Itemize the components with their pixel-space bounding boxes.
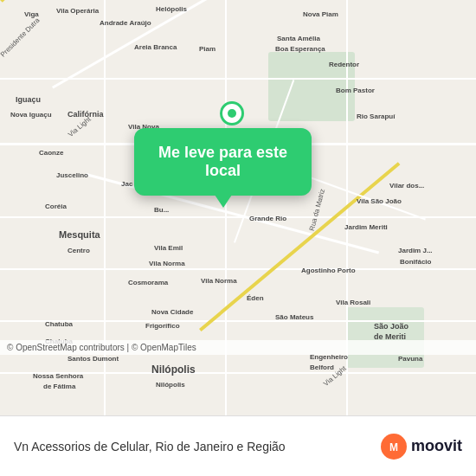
area-label: Nossa Senhora xyxy=(33,372,83,380)
location-name: Vn Acessorios de Celular, Rio de Janeiro… xyxy=(14,440,380,453)
pin-circle xyxy=(220,101,244,125)
area-label: Chatuba xyxy=(45,320,73,328)
area-label: Mesquita xyxy=(59,229,100,240)
area-label: Vila Norma xyxy=(201,277,237,285)
area-label: Rio Sarapuí xyxy=(357,113,395,120)
bottom-bar: Vn Acessorios de Celular, Rio de Janeiro… xyxy=(0,415,476,476)
copyright-bar: © OpenStreetMap contributors | © OpenMap… xyxy=(0,340,476,355)
area-label: Vila Operária xyxy=(56,7,99,15)
area-label: Piam xyxy=(199,45,215,53)
svg-text:M: M xyxy=(389,441,398,453)
moovit-text: moovit xyxy=(411,437,462,455)
area-label: Pavuna xyxy=(398,355,422,363)
area-label: Coréia xyxy=(45,203,67,210)
tooltip-line1: Me leve para este xyxy=(158,144,287,162)
area-label: Vila Rosali xyxy=(336,299,370,306)
map-pin xyxy=(220,101,244,125)
area-label: de Fátima xyxy=(43,383,75,390)
area-label: Frigorífico xyxy=(145,322,180,330)
area-label: Santa Amélia xyxy=(277,35,320,42)
area-label: Grande Rio xyxy=(249,215,286,222)
area-label: Bonifácio xyxy=(400,258,431,266)
area-label: Boa Esperança xyxy=(275,45,325,53)
area-label: Areia Branca xyxy=(134,43,177,51)
area-label: Nilópolis xyxy=(156,381,185,389)
area-label: Nilópolis xyxy=(151,363,196,376)
pin-dot xyxy=(228,109,236,118)
area-label: Helópolis xyxy=(156,5,187,13)
moovit-logo[interactable]: M moovit xyxy=(380,433,462,460)
area-label: Bu... xyxy=(154,206,169,214)
area-label: Caonze xyxy=(39,149,63,157)
road-h4 xyxy=(0,268,476,270)
area-label: Juscelino xyxy=(56,171,88,179)
moovit-icon: M xyxy=(380,433,408,460)
area-label: Bom Pastor xyxy=(336,87,375,94)
area-label: Redentor xyxy=(329,61,359,68)
tooltip-line2: local xyxy=(158,162,287,180)
road-h3 xyxy=(0,216,476,218)
area-label: Belford xyxy=(310,363,334,371)
area-label: Iguaçu xyxy=(16,95,41,104)
map-container: VigaVila OperáriaHelópolisNova PiamAndra… xyxy=(0,0,476,415)
area-label: Andrade Araújo xyxy=(100,19,151,27)
area-label: Éden xyxy=(247,294,264,302)
area-label: Jardim Meriti xyxy=(344,223,388,231)
area-label: Vilar dos... xyxy=(389,182,424,190)
area-label: Cosmorama xyxy=(128,279,168,286)
area-label: Centro xyxy=(68,247,90,254)
area-label: Jardim J... xyxy=(398,247,433,254)
area-label: São João xyxy=(374,322,408,331)
area-label: Vila São João xyxy=(357,197,402,205)
area-label: Agostinho Porto xyxy=(301,267,356,274)
area-label: Jac xyxy=(121,180,132,188)
area-label: Nova Piam xyxy=(303,10,338,18)
navigate-tooltip[interactable]: Me leve para este local xyxy=(134,128,312,196)
area-label: São Mateus xyxy=(275,313,313,321)
area-label: Vila Norma xyxy=(149,260,185,267)
area-label: Nova Iguaçu xyxy=(10,111,52,119)
area-label: Nova Cidade xyxy=(151,308,193,316)
attribution-text: © OpenStreetMap contributors | © OpenMap… xyxy=(7,343,196,352)
area-label: Vila Emil xyxy=(154,244,183,252)
area-label: Santos Dumont xyxy=(68,355,119,363)
